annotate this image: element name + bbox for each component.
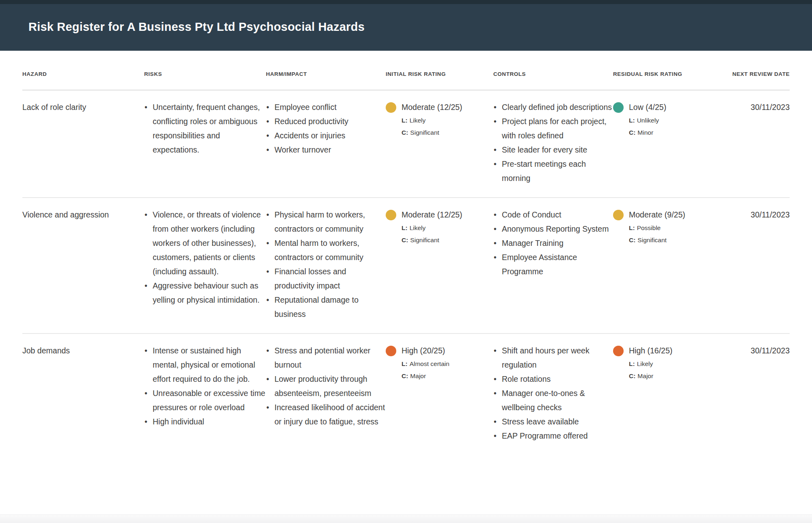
column-header-next-review-date: NEXT REVIEW DATE xyxy=(721,71,790,77)
consequence-line: C:Significant xyxy=(402,127,462,139)
risk-rating-label: Low (4/25) xyxy=(629,100,666,114)
bullet-item: Manager Training xyxy=(493,236,613,250)
risk-level-dot xyxy=(386,210,396,220)
risk-level-dot xyxy=(613,210,624,220)
bullet-item: Financial losses and productivity impact xyxy=(266,265,386,293)
risk-rating-text: Moderate (12/25) L:Likely C:Significant xyxy=(402,208,462,246)
likelihood-line: L:Almost certain xyxy=(402,358,449,370)
bullet-item: Intense or sustained high mental, physic… xyxy=(144,344,266,386)
bullet-item: Manager one-to-ones & wellbeing checks xyxy=(493,386,613,415)
controls-list: Shift and hours per week regulationRole … xyxy=(493,344,613,443)
bullet-item: Uncertainty, frequent changes, conflicti… xyxy=(144,100,266,157)
residual-risk-rating-cell: High (16/25) L:Likely C:Major xyxy=(613,344,721,443)
risk-rating-label: High (20/25) xyxy=(402,344,449,358)
hazard-cell: Lack of role clarity xyxy=(22,100,144,185)
consequence-line: C:Major xyxy=(402,370,449,382)
bullet-item: Violence, or threats of violence from ot… xyxy=(144,208,266,279)
bullet-item: Site leader for every site xyxy=(493,143,613,157)
bullet-item: Anonymous Reporting System xyxy=(493,222,613,236)
likelihood-line: L:Likely xyxy=(402,114,462,127)
column-header-hazard: HAZARD xyxy=(22,71,144,77)
bullet-item: Physical harm to workers, contractors or… xyxy=(266,208,386,236)
hazard-cell: Job demands xyxy=(22,344,144,443)
risk-rating-label: High (16/25) xyxy=(629,344,672,358)
bullet-item: Lower productivity through absenteeism, … xyxy=(266,372,386,400)
harm-impact-list: Stress and potential worker burnoutLower… xyxy=(266,344,386,443)
bullet-item: Code of Conduct xyxy=(493,208,613,222)
harm-impact-list: Employee conflictReduced productivityAcc… xyxy=(266,100,386,185)
consequence-line: C:Minor xyxy=(629,127,666,139)
bullet-item: High individual xyxy=(144,415,266,429)
column-header-residual-risk-rating: RESIDUAL RISK RATING xyxy=(613,71,721,77)
risk-rating-label: Moderate (12/25) xyxy=(402,100,462,114)
likelihood-line: L:Possible xyxy=(629,222,685,234)
bullet-item: Clearly defined job descriptions xyxy=(493,100,613,114)
controls-list: Clearly defined job descriptionsProject … xyxy=(493,100,613,185)
table-header-row: HAZARD RISKS HARM/IMPACT INITIAL RISK RA… xyxy=(22,51,790,90)
bullet-item: Aggressive behaviour such as yelling or … xyxy=(144,279,266,307)
bullet-item: Stress leave available xyxy=(493,415,613,429)
risk-rating-text: Low (4/25) L:Unlikely C:Minor xyxy=(629,100,666,139)
risk-rating-label: Moderate (12/25) xyxy=(402,208,462,222)
app-header-bar: Risk Register for A Business Pty Ltd Psy… xyxy=(0,0,812,51)
residual-risk-rating-cell: Moderate (9/25) L:Possible C:Significant xyxy=(613,208,721,321)
risk-register-page: Risk Register for A Business Pty Ltd Psy… xyxy=(0,0,812,523)
bullet-item: Reduced productivity xyxy=(266,114,386,129)
risks-list: Intense or sustained high mental, physic… xyxy=(144,344,266,443)
risk-rating-text: Moderate (12/25) L:Likely C:Significant xyxy=(402,100,462,139)
bullet-item: Employee conflict xyxy=(266,100,386,114)
column-header-controls: CONTROLS xyxy=(493,71,613,77)
risk-rating-text: High (20/25) L:Almost certain C:Major xyxy=(402,344,449,382)
bullet-item: Project plans for each project, with rol… xyxy=(493,114,613,143)
risk-rating-text: Moderate (9/25) L:Possible C:Significant xyxy=(629,208,685,246)
risk-level-dot xyxy=(613,102,624,113)
hazard-cell: Violence and aggression xyxy=(22,208,144,321)
viewport-bottom-strip xyxy=(0,514,812,523)
consequence-line: C:Significant xyxy=(402,234,462,246)
risk-rating-label: Moderate (9/25) xyxy=(629,208,685,222)
likelihood-line: L:Likely xyxy=(402,222,462,234)
table-row: Job demands Intense or sustained high me… xyxy=(22,334,790,455)
consequence-line: C:Major xyxy=(629,370,672,382)
bullet-item: Mental harm to workers, contractors or c… xyxy=(266,236,386,265)
column-header-harm-impact: HARM/IMPACT xyxy=(266,71,386,77)
bullet-item: Unreasonable or excessive time pressures… xyxy=(144,386,266,415)
bullet-item: EAP Programme offered xyxy=(493,429,613,443)
table-row: Lack of role clarity Uncertainty, freque… xyxy=(22,90,790,198)
bullet-item: Role rotations xyxy=(493,372,613,386)
risk-register-table: HAZARD RISKS HARM/IMPACT INITIAL RISK RA… xyxy=(22,51,790,455)
harm-impact-list: Physical harm to workers, contractors or… xyxy=(266,208,386,321)
risk-rating-text: High (16/25) L:Likely C:Major xyxy=(629,344,672,382)
bullet-item: Employee Assistance Programme xyxy=(493,250,613,279)
consequence-line: C:Significant xyxy=(629,234,685,246)
risks-list: Uncertainty, frequent changes, conflicti… xyxy=(144,100,266,185)
bullet-item: Increased likelihood of accident or inju… xyxy=(266,400,386,429)
bullet-item: Stress and potential worker burnout xyxy=(266,344,386,372)
risks-list: Violence, or threats of violence from ot… xyxy=(144,208,266,321)
bullet-item: Pre-start meetings each morning xyxy=(493,157,613,185)
next-review-date-cell: 30/11/2023 xyxy=(721,344,790,443)
risk-level-dot xyxy=(386,346,396,356)
controls-list: Code of ConductAnonymous Reporting Syste… xyxy=(493,208,613,321)
likelihood-line: L:Likely xyxy=(629,358,672,370)
likelihood-line: L:Unlikely xyxy=(629,114,666,127)
column-header-risks: RISKS xyxy=(144,71,266,77)
initial-risk-rating-cell: Moderate (12/25) L:Likely C:Significant xyxy=(386,100,493,185)
initial-risk-rating-cell: High (20/25) L:Almost certain C:Major xyxy=(386,344,493,443)
next-review-date-cell: 30/11/2023 xyxy=(721,208,790,321)
bullet-item: Shift and hours per week regulation xyxy=(493,344,613,372)
bullet-item: Worker turnover xyxy=(266,143,386,157)
bullet-item: Reputational damage to business xyxy=(266,293,386,321)
risk-level-dot xyxy=(386,102,396,113)
next-review-date-cell: 30/11/2023 xyxy=(721,100,790,185)
bullet-item: Accidents or injuries xyxy=(266,129,386,143)
risk-level-dot xyxy=(613,346,624,356)
table-row: Violence and aggression Violence, or thr… xyxy=(22,198,790,334)
initial-risk-rating-cell: Moderate (12/25) L:Likely C:Significant xyxy=(386,208,493,321)
residual-risk-rating-cell: Low (4/25) L:Unlikely C:Minor xyxy=(613,100,721,185)
column-header-initial-risk-rating: INITIAL RISK RATING xyxy=(386,71,493,77)
page-title: Risk Register for A Business Pty Ltd Psy… xyxy=(28,20,365,34)
